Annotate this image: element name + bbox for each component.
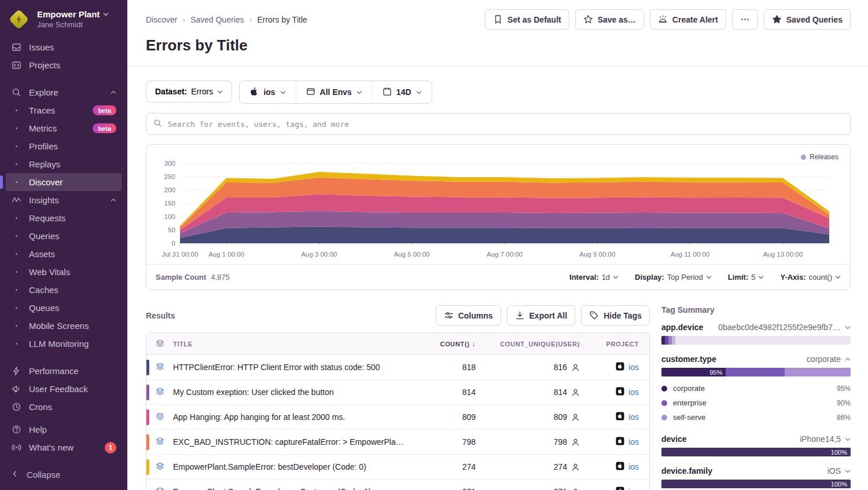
ellipsis-icon [740,14,750,24]
tag-section-header[interactable]: customer.typecorporate [661,354,851,364]
table-row[interactable]: EmpowerPlant.SampleError: happyCustomer … [146,480,649,490]
sidebar-item-queries[interactable]: Queries [6,227,122,245]
table-row[interactable]: My Custom exeption: User clicked the but… [146,380,649,405]
filter-bar: Dataset: Errors ios All Envs 14D [146,81,851,104]
save-as-button[interactable]: Save as… [575,9,644,30]
project-filter[interactable]: ios [240,81,295,103]
tag-legend-row[interactable]: enterprise90% [661,396,851,410]
releases-dot-icon [801,155,806,160]
org-switcher[interactable]: Empower Plant [37,9,109,19]
sidebar-item-requests[interactable]: Requests [6,209,122,227]
page-header: Discover›Saved Queries›Errors by Title S… [127,0,868,67]
apple-box-icon [616,487,624,490]
sidebar-item-assets[interactable]: Assets [6,245,122,263]
dataset-filter[interactable]: Dataset: Errors [146,81,232,103]
breadcrumb-saved-queries[interactable]: Saved Queries [190,15,244,24]
sidebar-collapse-button[interactable]: Collapse [0,462,127,490]
display-control[interactable]: Display:Top Period [635,273,712,281]
sidebar-item-queues[interactable]: Queues [6,299,122,317]
stack-icon [156,387,164,397]
tag-value-pct: 95% [837,385,851,393]
bullet-icon [11,109,21,111]
saved-queries-button[interactable]: Saved Queries [764,9,851,30]
tag-dot-icon [661,400,667,406]
chevron-down-icon [835,275,841,279]
sidebar-item-what-s-new[interactable]: What's new1 [6,438,122,456]
table-row[interactable]: App Hanging: App hanging for at least 20… [146,405,649,430]
column-project[interactable]: PROJECT [580,341,649,348]
environment-filter[interactable]: All Envs [296,81,372,103]
date-filter-value: 14D [396,87,411,97]
whatsnew-icon [11,443,21,452]
more-options-button[interactable] [732,9,758,30]
sidebar-item-performance[interactable]: Performance [6,362,122,380]
sidebar-item-insights[interactable]: Insights [6,191,122,209]
sidebar-item-crons[interactable]: Crons [6,398,122,416]
project-link[interactable]: ios [628,437,639,447]
tag-legend-row[interactable]: corporate95% [661,381,851,396]
search-input[interactable] [168,120,843,129]
y-axis-control[interactable]: Y-Axis:count() [780,273,841,281]
tag-legend-row[interactable]: self-serve86% [661,410,851,425]
sidebar-item-caches[interactable]: Caches [6,281,122,299]
limit-control[interactable]: Limit:5 [728,273,764,281]
breadcrumb-discover[interactable]: Discover [146,15,177,24]
tag-section-header[interactable]: app.device0baebc0de4982f1255f2e9e9fb7… [661,323,851,332]
project-link[interactable]: ios [628,462,639,471]
count-unique-value: 816 [554,363,567,372]
sidebar-item-explore[interactable]: Explore [6,83,122,101]
project-link[interactable]: ios [628,412,639,422]
chart-legend-releases[interactable]: Releases [801,153,838,161]
sidebar-item-traces[interactable]: Tracesbeta [6,101,122,119]
bookmark-icon [493,14,503,24]
user-icon [571,363,580,372]
table-row[interactable]: HTTPClientError: HTTP Client Error with … [146,355,649,380]
project-link[interactable]: ios [628,363,639,372]
sidebar-item-llm-monitoring[interactable]: LLM Monitoring [6,335,122,353]
table-row[interactable]: EmpowerPlant.SampleError: bestDeveloper … [146,455,649,480]
columns-button[interactable]: Columns [436,305,501,326]
breadcrumb-separator: › [182,15,185,24]
chart-panel: Releases Jul 31 00:00Aug 1 00:00Aug 3 00… [146,144,851,290]
user-icon [571,413,580,422]
series-swatch [146,409,149,425]
create-alert-button[interactable]: Create Alert [650,9,726,30]
dataset-value: Errors [191,87,213,96]
project-link[interactable]: ios [628,487,639,490]
tag-section-header[interactable]: device.familyiOS [661,466,851,476]
hide-tags-button[interactable]: Hide Tags [581,305,650,326]
interval-control[interactable]: Interval:1d [569,273,619,281]
sidebar-item-metrics[interactable]: Metricsbeta [6,119,122,137]
chart-canvas[interactable]: Jul 31 00:00Aug 1 00:00Aug 3 00:00Aug 5 … [153,151,844,262]
sidebar-item-issues[interactable]: Issues [6,38,122,56]
error-title: EXC_BAD_INSTRUCTION: captureFatalError: … [173,437,415,447]
sidebar-item-profiles[interactable]: Profiles [6,137,122,155]
sidebar-item-projects[interactable]: Projects [6,56,122,74]
export-all-button[interactable]: Export All [507,305,576,326]
column-count-unique-user[interactable]: COUNT_UNIQUE(USER) [476,341,580,348]
collapse-label: Collapse [27,470,60,480]
button-label: Create Alert [672,15,718,24]
sidebar-item-discover[interactable]: Discover [6,173,122,191]
header-actions: Set as DefaultSave as…Create AlertSaved … [485,9,851,30]
button-label: Export All [529,311,568,320]
count-value: 809 [415,412,476,422]
sidebar-item-web-vitals[interactable]: Web Vitals [6,263,122,281]
tag-section-header[interactable]: deviceiPhone14,5 [661,434,851,444]
sidebar-item-help[interactable]: Help [6,420,122,438]
column-title[interactable]: TITLE [173,341,415,348]
sidebar-item-replays[interactable]: Replays [6,155,122,173]
date-filter[interactable]: 14D [372,81,432,103]
stacked-area-chart[interactable]: Releases Jul 31 00:00Aug 1 00:00Aug 3 00… [146,145,850,264]
count-unique-value: 798 [554,437,567,447]
chevron-down-icon [356,90,362,94]
project-link[interactable]: ios [628,387,639,397]
set-as-default-button[interactable]: Set as Default [485,9,569,30]
sidebar-item-user-feedback[interactable]: User Feedback [6,380,122,398]
column-count-sorted[interactable]: COUNT() ↓ [415,340,476,348]
table-row[interactable]: EXC_BAD_INSTRUCTION: captureFatalError: … [146,430,649,455]
org-logo-icon[interactable] [9,9,29,30]
error-title: EmpowerPlant.SampleError: bestDeveloper … [173,462,415,471]
chevron-up-icon [845,357,851,361]
sidebar-item-mobile-screens[interactable]: Mobile Screens [6,317,122,335]
